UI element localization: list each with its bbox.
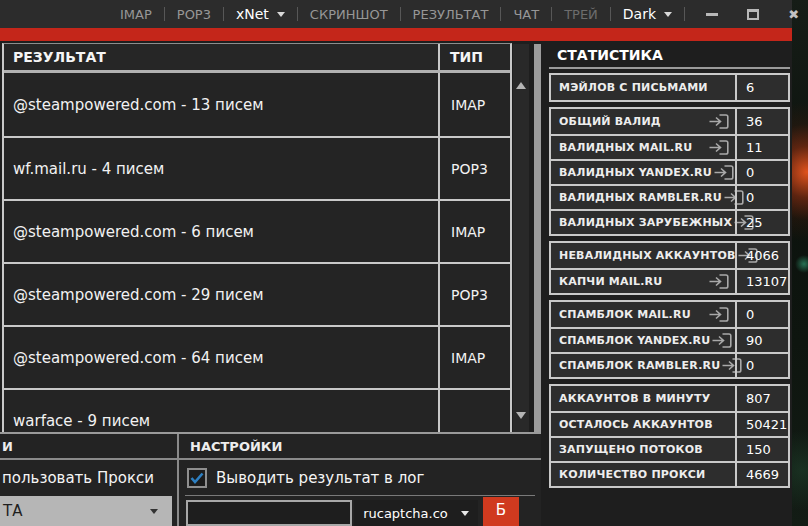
stat-row: ОСТАЛОСЬ АККАУНТОВ 50421 [551, 411, 788, 436]
stat-row: СПАМБЛОК MAIL.RU 0 [551, 302, 788, 327]
result-cell: wf.mail.ru - 4 писем [4, 138, 438, 199]
menu-separator [684, 7, 685, 21]
statistics-title-separator [549, 67, 790, 69]
log-checkbox[interactable] [187, 468, 207, 488]
table-row[interactable]: @steampowered.com - 6 писем IMAP [4, 199, 510, 262]
settings-panel-header: НАСТРОЙКИ [179, 434, 541, 460]
result-cell: warface - 9 писем [4, 390, 438, 432]
type-cell [438, 390, 510, 432]
statistics-panel: СТАТИСТИКА МЭЙЛОВ С ПИСЬМАМИ 6 ОБЩИЙ ВАЛ… [549, 42, 790, 526]
export-icon[interactable] [712, 164, 735, 181]
column-header-type: ТИП [438, 44, 510, 70]
chevron-down-icon [277, 12, 285, 17]
results-table-header: РЕЗУЛЬТАТ ТИП [4, 44, 510, 73]
stat-label: СПАМБЛОК YANDEX.RU [559, 334, 710, 347]
settings-separator [185, 495, 535, 496]
captcha-service-dropdown[interactable]: rucaptcha.co [354, 500, 478, 526]
stat-label: ВАЛИДНЫХ RAMBLER.RU [559, 191, 722, 204]
stat-value: 11 [735, 136, 788, 159]
menu-item-tray[interactable]: ТРЕЙ [552, 0, 610, 28]
stat-row: ВАЛИДНЫХ ЗАРУБЕЖНЫХ 25 [551, 209, 788, 234]
stat-row: КОЛИЧЕСТВО ПРОКСИ 4669 [551, 461, 788, 486]
table-row[interactable]: @steampowered.com - 29 писем POP3 [4, 262, 510, 325]
stat-row: СПАМБЛОК YANDEX.RU 90 [551, 327, 788, 352]
chevron-down-icon [150, 509, 158, 514]
chevron-down-icon [461, 511, 469, 516]
stat-label: АККАУНТОВ В МИНУТУ [559, 392, 710, 405]
stat-label: КОЛИЧЕСТВО ПРОКСИ [559, 468, 706, 481]
menu-item-label: POP3 [177, 7, 211, 22]
captcha-key-input[interactable] [186, 500, 352, 526]
export-icon[interactable] [707, 306, 730, 323]
export-icon[interactable] [707, 113, 730, 130]
type-cell: IMAP [438, 201, 510, 262]
result-cell: @steampowered.com - 6 писем [4, 201, 438, 262]
titlebar[interactable]: IMAP POP3 xNet СКРИНШОТ РЕЗУЛЬТАТ ЧАТ ТР… [0, 0, 792, 28]
maximize-button[interactable] [732, 0, 773, 28]
export-icon[interactable] [707, 139, 730, 156]
stat-value: 807 [735, 386, 788, 411]
titlebar-menu: IMAP POP3 xNet СКРИНШОТ РЕЗУЛЬТАТ ЧАТ ТР… [108, 0, 684, 28]
stat-row: НЕВАЛИДНЫХ АККАУНТОВ 4066 [551, 243, 788, 268]
stat-group: СПАМБЛОК MAIL.RU 0 СПАМБЛОК YANDEX.RU 90… [549, 300, 790, 379]
minimize-button[interactable] [691, 0, 732, 28]
stat-group: НЕВАЛИДНЫХ АККАУНТОВ 4066 КАПЧИ MAIL.RU … [549, 241, 790, 295]
stat-value: 0 [735, 161, 788, 184]
stat-value: 4669 [735, 463, 788, 486]
stat-value: 13107 [735, 270, 788, 293]
stat-row: КАПЧИ MAIL.RU 13107 [551, 268, 788, 293]
menu-item-pop3[interactable]: POP3 [165, 0, 223, 28]
menu-item-label: РЕЗУЛЬТАТ [413, 7, 489, 22]
menu-item-result[interactable]: РЕЗУЛЬТАТ [401, 0, 501, 28]
menu-item-label: ТРЕЙ [564, 7, 598, 22]
stat-value: 0 [735, 186, 788, 209]
minimize-icon [706, 13, 718, 16]
stat-row: АККАУНТОВ В МИНУТУ 807 [551, 386, 788, 411]
scroll-up-icon[interactable] [516, 82, 526, 89]
stat-row: СПАМБЛОК RAMBLER.RU 0 [551, 352, 788, 377]
stat-label: ОСТАЛОСЬ АККАУНТОВ [559, 418, 713, 431]
table-scrollbar[interactable] [513, 44, 529, 432]
menu-item-xnet[interactable]: xNet [224, 0, 297, 28]
stat-row: ЗАПУЩЕНО ПОТОКОВ 150 [551, 436, 788, 461]
log-option-row: Выводить результат в лог [187, 468, 541, 488]
proxy-type-value: ТА [0, 502, 22, 520]
table-row[interactable]: warface - 9 писем [4, 388, 510, 432]
use-proxy-label: пользовать Прокси [0, 460, 177, 487]
stat-value: 36 [735, 109, 788, 134]
export-icon[interactable] [710, 332, 733, 349]
stat-label: НЕВАЛИДНЫХ АККАУНТОВ [559, 249, 736, 262]
stat-label: ВАЛИДНЫХ YANDEX.RU [559, 166, 712, 179]
table-row[interactable]: @steampowered.com - 64 писем IMAP [4, 325, 510, 388]
menu-item-screenshot[interactable]: СКРИНШОТ [298, 0, 400, 28]
accent-bar [0, 28, 792, 41]
stat-row: ВАЛИДНЫХ MAIL.RU 11 [551, 134, 788, 159]
export-icon[interactable] [707, 273, 730, 290]
checkmark-icon [190, 472, 204, 484]
maximize-icon [747, 9, 759, 20]
table-row[interactable]: wf.mail.ru - 4 писем POP3 [4, 136, 510, 199]
menu-item-chat[interactable]: ЧАТ [501, 0, 551, 28]
scroll-down-icon[interactable] [516, 412, 526, 419]
stat-label: СПАМБЛОК RAMBLER.RU [559, 359, 720, 372]
menu-item-imap[interactable]: IMAP [108, 0, 164, 28]
stat-label: КАПЧИ MAIL.RU [559, 275, 662, 288]
table-row[interactable]: @steampowered.com - 13 писем IMAP [4, 73, 510, 136]
proxy-panel-header: И [0, 434, 177, 460]
result-cell: @steampowered.com - 13 писем [4, 73, 438, 136]
type-cell: IMAP [438, 73, 510, 136]
proxy-type-dropdown[interactable]: ТА [0, 496, 172, 526]
stat-label: СПАМБЛОК MAIL.RU [559, 308, 691, 321]
table-scrollbar-track[interactable] [534, 44, 541, 432]
type-cell: IMAP [438, 327, 510, 388]
menu-item-theme[interactable]: Dark [611, 0, 684, 28]
balance-button[interactable]: Б [483, 497, 519, 526]
menu-item-label: Dark [623, 6, 656, 22]
stat-row: ОБЩИЙ ВАЛИД 36 [551, 109, 788, 134]
log-checkbox-label: Выводить результат в лог [216, 469, 424, 487]
stat-value: 6 [735, 75, 788, 100]
stat-group: АККАУНТОВ В МИНУТУ 807 ОСТАЛОСЬ АККАУНТО… [549, 384, 790, 488]
window-controls: ✖ [691, 0, 808, 28]
close-icon: ✖ [788, 8, 799, 21]
close-button[interactable]: ✖ [773, 0, 808, 28]
